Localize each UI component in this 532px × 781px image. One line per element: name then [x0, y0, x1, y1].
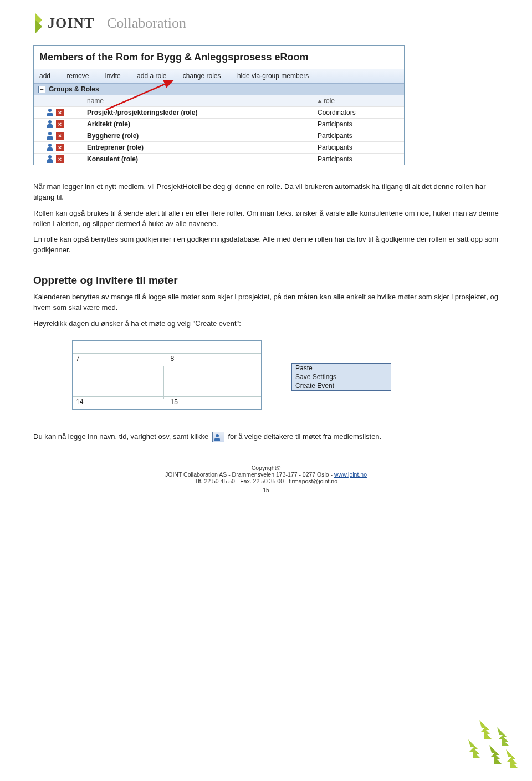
section-label: Groups & Roles — [49, 85, 99, 93]
footer-contact: Tlf. 22 50 45 50 - Fax. 22 50 35 00 - fi… — [33, 478, 499, 484]
paragraph-2: Rollen kan også brukes til å sende alert… — [33, 208, 499, 229]
person-icon — [46, 132, 54, 140]
row-name: Prosjekt-/prosjekteringsleder (role) — [84, 107, 314, 118]
footer-link[interactable]: www.joint.no — [334, 471, 367, 478]
delete-icon[interactable]: × — [56, 132, 64, 140]
table-row[interactable]: × Prosjekt-/prosjekteringsleder (role) C… — [34, 107, 404, 119]
delete-icon[interactable]: × — [56, 120, 64, 128]
table-row[interactable]: × Entreprenør (role) Participants — [34, 142, 404, 154]
logo: JOINT Collaboration — [33, 11, 499, 35]
members-window-screenshot: Members of the Rom for Bygg & Anleggspro… — [33, 45, 405, 165]
window-title: Members of the Rom for Bygg & Anleggspro… — [34, 46, 404, 69]
calendar-screenshot: 7 8 Paste Save Settings Create Event 14 … — [72, 340, 262, 410]
row-role: Participants — [314, 119, 404, 130]
toolbar-invite[interactable]: invite — [105, 72, 121, 80]
table-row[interactable]: × Arkitekt (role) Participants — [34, 119, 404, 130]
page-number: 15 — [33, 487, 499, 493]
person-icon — [46, 120, 54, 128]
table-header-row: name role — [34, 95, 404, 107]
logo-word1: JOINT — [48, 15, 94, 31]
cal-day-7[interactable]: 7 — [73, 354, 167, 366]
row-role: Participants — [314, 142, 404, 153]
toolbar-remove[interactable]: remove — [66, 72, 89, 80]
menu-paste[interactable]: Paste — [292, 364, 391, 372]
cal-day-14[interactable]: 14 — [73, 397, 167, 409]
toolbar-add[interactable]: add — [39, 72, 50, 80]
section-heading: Opprette og invitere til møter — [33, 274, 499, 287]
toolbar: add remove invite add a role change role… — [34, 69, 404, 83]
row-name: Byggherre (role) — [84, 130, 314, 141]
sort-icon — [318, 100, 322, 103]
logo-word2: Collaboration — [107, 15, 186, 31]
cal-day-8[interactable]: 8 — [167, 354, 262, 366]
toolbar-hide-via-group[interactable]: hide via-group members — [237, 72, 309, 80]
menu-save-settings[interactable]: Save Settings — [292, 372, 391, 381]
select-participants-icon[interactable] — [212, 432, 224, 442]
row-role: Participants — [314, 130, 404, 141]
row-role: Participants — [314, 154, 404, 165]
header-name[interactable]: name — [84, 95, 314, 106]
person-icon — [46, 155, 54, 163]
table-row[interactable]: × Konsulent (role) Participants — [34, 154, 404, 165]
final-paragraph: Du kan nå legge inn navn, tid, varighet … — [33, 432, 499, 442]
footer-address: JOINT Collaboration AS - Drammensveien 1… — [33, 471, 499, 478]
header-role[interactable]: role — [314, 95, 404, 106]
person-icon — [46, 144, 54, 151]
menu-create-event[interactable]: Create Event — [292, 381, 391, 390]
row-name: Entreprenør (role) — [84, 142, 314, 153]
row-name: Konsulent (role) — [84, 154, 314, 165]
cal-day-15[interactable]: 15 — [167, 397, 262, 409]
person-icon — [46, 109, 54, 116]
footer-copyright: Copyright© — [33, 464, 499, 471]
toolbar-add-a-role[interactable]: add a role — [137, 72, 166, 80]
section2-paragraph-1: Kalenderen benyttes av mange til å logge… — [33, 292, 499, 313]
row-role: Coordinators — [314, 107, 404, 118]
section-groups-roles[interactable]: – Groups & Roles — [34, 83, 404, 95]
collapse-icon[interactable]: – — [38, 86, 45, 93]
paragraph-1: Når man legger inn et nytt medlem, vil P… — [33, 182, 499, 203]
row-name: Arkitekt (role) — [84, 119, 314, 130]
section2-paragraph-2: Høyreklikk dagen du ønsker å ha et møte … — [33, 319, 499, 329]
page-footer: Copyright© JOINT Collaboration AS - Dram… — [33, 464, 499, 493]
table-row[interactable]: × Byggherre (role) Participants — [34, 130, 404, 142]
toolbar-change-roles[interactable]: change roles — [183, 72, 221, 80]
context-menu: Paste Save Settings Create Event — [291, 363, 391, 391]
delete-icon[interactable]: × — [56, 109, 64, 116]
delete-icon[interactable]: × — [56, 144, 64, 151]
decorative-corner-arrows — [463, 717, 524, 773]
paragraph-3: En rolle kan også benyttes som godkjenne… — [33, 234, 499, 256]
delete-icon[interactable]: × — [56, 155, 64, 163]
